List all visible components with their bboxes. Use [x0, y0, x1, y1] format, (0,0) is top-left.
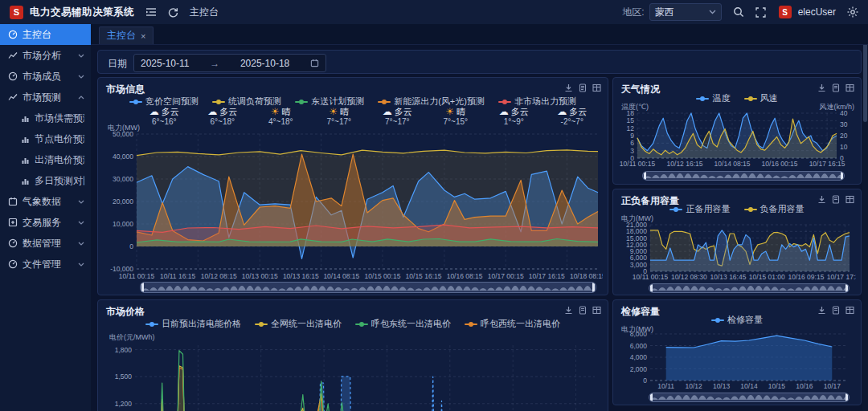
svg-text:10/15: 10/15	[768, 382, 786, 390]
region-select[interactable]: 蒙西	[649, 3, 722, 21]
date-arrow: →	[210, 58, 219, 69]
legend-item[interactable]: 新能源出力(风+光)预测	[378, 96, 485, 108]
tab-close-icon[interactable]: ×	[141, 31, 145, 41]
svg-text:3: 3	[630, 147, 634, 155]
legend-marker	[696, 96, 709, 102]
legend-marker	[498, 99, 511, 105]
sidebar-item-node-price-forecast[interactable]: 节点电价预测	[0, 128, 91, 149]
date-range-input[interactable]: 2025-10-11 → 2025-10-18	[133, 54, 326, 72]
legend-item[interactable]: 呼包东统一出清电价	[355, 318, 451, 330]
svg-text:10/16: 10/16	[796, 382, 813, 390]
sidebar-item-trade-services[interactable]: 交易服务	[0, 212, 91, 233]
legend-item[interactable]: 负备用容量	[744, 203, 805, 215]
panel-reserve-capacity: 正负备用容量 正备用容量 负备用容量 电力(MW) 03,0006,0009,0…	[612, 189, 862, 295]
document-icon[interactable]	[579, 83, 587, 92]
legend-marker	[711, 317, 724, 324]
data-zoom-slider[interactable]	[140, 282, 596, 293]
svg-text:4,000: 4,000	[630, 353, 648, 361]
tab-console[interactable]: 主控台 ×	[99, 26, 154, 44]
panel-actions	[817, 83, 854, 92]
svg-text:20,000: 20,000	[113, 197, 133, 206]
sidebar-item-market-analysis[interactable]: 市场分析	[0, 45, 91, 66]
legend-marker	[212, 99, 225, 105]
data-zoom-slider[interactable]	[649, 393, 850, 402]
svg-text:10/15 00:15: 10/15 00:15	[364, 272, 400, 280]
svg-text:10/16 08:15: 10/16 08:15	[447, 272, 483, 280]
sidebar-item-clearing-price-forecast[interactable]: 出清电价预测	[0, 149, 91, 170]
cloudy-icon	[149, 107, 159, 117]
gauge-icon	[8, 30, 18, 39]
weather-chart: 036912151801020304010/11 00:1510/12 16:1…	[618, 110, 856, 168]
legend-item[interactable]: 温度	[696, 92, 730, 104]
table-icon[interactable]	[592, 306, 601, 315]
fullscreen-icon[interactable]	[755, 7, 766, 18]
legend-item[interactable]: 检修容量	[711, 314, 763, 326]
legend-item[interactable]: 风速	[744, 92, 778, 104]
legend-item[interactable]: 日前预出清电能价格	[145, 318, 241, 330]
search-icon[interactable]	[733, 6, 744, 18]
download-icon[interactable]	[817, 83, 826, 92]
sidebar-item-market-forecast[interactable]: 市场预测	[0, 87, 91, 108]
refresh-icon[interactable]	[168, 7, 178, 18]
sidebar-item-multiday-forecast-compare[interactable]: 多日预测对比	[0, 170, 91, 191]
panel-actions	[564, 83, 601, 92]
sidebar-item-supply-demand-forecast[interactable]: 市场供需预测	[0, 108, 91, 128]
table-icon[interactable]	[845, 83, 854, 92]
line-chart-icon	[8, 51, 18, 60]
chevron-down-icon	[78, 54, 84, 58]
document-icon[interactable]	[579, 306, 587, 315]
maintenance-chart: 02,0004,0006,0008,00010/1110/1210/1310/1…	[618, 331, 856, 390]
svg-text:1,200: 1,200	[115, 400, 133, 408]
sidebar-item-weather-data[interactable]: 气象数据	[0, 191, 91, 212]
weather-day: 晴7°~15°	[427, 107, 485, 129]
chevron-down-icon	[78, 200, 84, 204]
svg-text:21,000: 21,000	[626, 222, 647, 229]
app-title: 电力交易辅助决策系统	[30, 6, 134, 19]
panel-market-price: 市场价格 日前预出清电能价格 全网统一出清电价 呼包东统一出清电价 呼包西统一出…	[97, 299, 608, 411]
gauge-icon	[8, 238, 18, 248]
svg-text:2,000: 2,000	[630, 365, 648, 373]
bar-chart-icon	[21, 177, 30, 185]
legend-item[interactable]: 呼包西统一出清电价	[465, 318, 560, 330]
sidebar-item-data-management[interactable]: 数据管理	[0, 233, 91, 254]
download-icon[interactable]	[564, 306, 573, 315]
cloudy-icon	[207, 107, 217, 117]
download-icon[interactable]	[564, 83, 573, 92]
username[interactable]: elecUser	[798, 6, 836, 18]
document-icon[interactable]	[832, 83, 840, 92]
weather-day: 多云-2°~7°	[543, 107, 602, 129]
chevron-down-icon	[78, 221, 84, 225]
svg-text:9: 9	[630, 132, 634, 140]
svg-text:18: 18	[627, 110, 635, 117]
svg-text:40,000: 40,000	[113, 153, 133, 161]
svg-text:15: 15	[627, 116, 635, 124]
sidebar-item-console[interactable]: 主控台	[0, 24, 91, 45]
svg-text:10/17 17:30: 10/17 17:30	[827, 273, 856, 281]
app-logo-icon: S	[10, 6, 23, 19]
gear-icon[interactable]	[847, 6, 858, 18]
data-zoom-slider[interactable]	[642, 171, 845, 181]
svg-text:1,500: 1,500	[115, 372, 133, 380]
cloudy-icon	[383, 107, 392, 117]
scrollbar[interactable]	[862, 24, 868, 411]
svg-text:10/11: 10/11	[657, 382, 674, 390]
sidebar-item-market-members[interactable]: 市场成员	[0, 66, 91, 87]
sidebar-item-file-management[interactable]: 文件管理	[0, 254, 91, 275]
legend-marker	[669, 206, 682, 213]
collapse-menu-icon[interactable]	[145, 7, 157, 17]
svg-text:1,800: 1,800	[115, 346, 133, 354]
legend-item[interactable]: 竞价空间预测	[129, 96, 199, 108]
weather-day: 多云1°~9°	[485, 107, 543, 129]
calendar-icon	[310, 59, 319, 67]
table-icon[interactable]	[592, 83, 601, 92]
svg-text:30,000: 30,000	[113, 175, 133, 183]
legend-item[interactable]: 正备用容量	[669, 203, 730, 215]
bar-chart-icon	[21, 156, 30, 165]
data-zoom-slider[interactable]	[649, 283, 850, 293]
chevron-down-icon	[709, 10, 716, 14]
legend-item[interactable]: 全网统一出清电价	[255, 318, 342, 330]
cloudy-icon	[499, 107, 509, 117]
weather-day: 晴4°~18°	[252, 107, 310, 129]
svg-text:10/16 00:15: 10/16 00:15	[762, 160, 798, 168]
legend-marker	[378, 99, 391, 105]
